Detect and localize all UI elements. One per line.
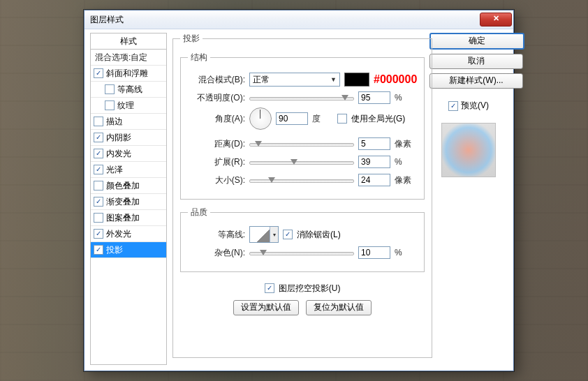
blend-mode-select[interactable]: 正常 ▼	[249, 73, 340, 87]
opacity-unit: %	[395, 93, 416, 103]
ok-button[interactable]: 确定	[429, 33, 524, 50]
chevron-down-icon: ▼	[330, 76, 337, 83]
style-item-6[interactable]: 光泽	[91, 162, 166, 178]
global-light-label: 使用全局光(G)	[351, 113, 405, 125]
blend-mode-label: 混合模式(B):	[188, 74, 245, 86]
style-item-checkbox[interactable]	[94, 149, 103, 158]
angle-label: 角度(A):	[188, 113, 245, 125]
size-unit: 像素	[395, 174, 416, 186]
contour-row: 等高线: ▾ 消除锯齿(L)	[188, 225, 417, 244]
blend-mode-value: 正常	[253, 74, 270, 86]
style-item-label: 纹理	[117, 100, 134, 112]
styles-list-header: 样式	[91, 33, 166, 50]
spread-input[interactable]: 39	[358, 156, 390, 168]
quality-group: 品质 等高线: ▾ 消除锯齿(L) 杂色(N): 10 %	[180, 207, 425, 272]
style-item-checkbox[interactable]	[105, 84, 115, 94]
style-item-checkbox[interactable]	[94, 117, 103, 126]
noise-unit: %	[395, 248, 416, 257]
blend-mode-row: 混合模式(B): 正常 ▼ #000000	[188, 70, 417, 89]
color-annotation: #000000	[374, 73, 417, 86]
size-slider[interactable]	[249, 175, 354, 185]
style-item-label: 内阴影	[106, 132, 131, 144]
style-item-checkbox[interactable]	[94, 165, 103, 174]
style-item-label: 描边	[106, 116, 123, 128]
window-title: 图层样式	[90, 14, 124, 26]
blend-options-row[interactable]: 混合选项:自定	[91, 50, 166, 66]
chevron-down-icon: ▾	[270, 227, 278, 242]
preview-label: 预览(V)	[461, 100, 489, 112]
global-light-checkbox[interactable]	[337, 114, 347, 124]
style-item-9[interactable]: 图案叠加	[91, 210, 166, 226]
angle-dial[interactable]	[249, 107, 272, 130]
quality-legend: 品质	[188, 207, 210, 218]
contour-picker[interactable]: ▾	[249, 226, 279, 243]
defaults-row: 设置为默认值 复位为默认值	[180, 300, 425, 315]
size-row: 大小(S): 24 像素	[188, 171, 417, 189]
style-item-7[interactable]: 颜色叠加	[91, 178, 166, 194]
structure-group: 结构 混合模式(B): 正常 ▼ #000000 不透明度(O): 95	[180, 52, 425, 200]
distance-row: 距离(D): 5 像素	[188, 135, 417, 153]
knockout-label: 图层挖空投影(U)	[279, 283, 341, 294]
cancel-button[interactable]: 取消	[429, 54, 523, 69]
new-style-button[interactable]: 新建样式(W)...	[429, 73, 523, 89]
distance-unit: 像素	[395, 138, 416, 150]
style-item-5[interactable]: 内发光	[91, 146, 166, 162]
style-item-checkbox[interactable]	[94, 181, 103, 190]
spread-slider[interactable]	[249, 157, 354, 167]
style-item-checkbox[interactable]	[94, 133, 103, 142]
style-item-3[interactable]: 描边	[91, 114, 166, 130]
close-icon: ✕	[493, 14, 499, 22]
noise-row: 杂色(N): 10 %	[188, 244, 417, 262]
spread-label: 扩展(R):	[188, 156, 245, 168]
spread-unit: %	[395, 157, 416, 167]
close-button[interactable]: ✕	[480, 13, 512, 27]
titlebar[interactable]: 图层样式 ✕	[84, 10, 513, 29]
style-item-2[interactable]: 纹理	[91, 98, 166, 114]
style-item-1[interactable]: 等高线	[91, 82, 166, 98]
style-item-8[interactable]: 渐变叠加	[91, 194, 166, 210]
effect-settings-panel: 投影 结构 混合模式(B): 正常 ▼ #000000 不透明度(O):	[172, 33, 424, 365]
style-item-checkbox[interactable]	[94, 68, 103, 78]
knockout-checkbox[interactable]	[265, 283, 274, 293]
opacity-row: 不透明度(O): 95 %	[188, 89, 417, 107]
set-default-button[interactable]: 设置为默认值	[233, 300, 299, 315]
distance-input[interactable]: 5	[358, 137, 390, 150]
knockout-row: 图层挖空投影(U)	[180, 279, 425, 297]
color-swatch[interactable]	[344, 73, 369, 87]
noise-input[interactable]: 10	[358, 246, 390, 259]
structure-legend: 结构	[188, 52, 210, 64]
style-item-10[interactable]: 外发光	[91, 226, 166, 242]
style-item-4[interactable]: 内阴影	[91, 130, 166, 146]
style-item-0[interactable]: 斜面和浮雕	[91, 66, 166, 82]
style-item-checkbox[interactable]	[94, 213, 103, 223]
anti-alias-checkbox[interactable]	[283, 230, 293, 239]
opacity-input[interactable]: 95	[358, 91, 390, 104]
dialog-right-column: 确定 取消 新建样式(W)... 预览(V)	[429, 33, 508, 365]
angle-input[interactable]: 90	[276, 112, 308, 125]
style-item-checkbox[interactable]	[94, 197, 103, 207]
noise-slider[interactable]	[249, 248, 354, 257]
style-item-label: 渐变叠加	[106, 196, 140, 208]
opacity-slider[interactable]	[249, 93, 354, 103]
style-item-label: 光泽	[106, 164, 123, 176]
style-item-checkbox[interactable]	[94, 245, 103, 255]
dialog-content: 样式 混合选项:自定 斜面和浮雕等高线纹理描边内阴影内发光光泽颜色叠加渐变叠加图…	[90, 33, 508, 365]
contour-label: 等高线:	[188, 229, 245, 241]
size-label: 大小(S):	[188, 174, 245, 186]
style-item-label: 图案叠加	[106, 212, 140, 224]
layer-style-dialog: 图层样式 ✕ 样式 混合选项:自定 斜面和浮雕等高线纹理描边内阴影内发光光泽颜色…	[84, 10, 514, 371]
distance-slider[interactable]	[249, 139, 354, 149]
preview-toggle-row: 预览(V)	[429, 100, 508, 112]
style-item-label: 内发光	[106, 148, 131, 160]
panel-title: 投影	[180, 33, 203, 45]
preview-thumbnail	[441, 123, 496, 177]
style-item-11[interactable]: 投影	[91, 242, 166, 258]
style-item-label: 外发光	[106, 228, 131, 240]
style-item-checkbox[interactable]	[94, 229, 103, 239]
drop-shadow-group: 投影 结构 混合模式(B): 正常 ▼ #000000 不透明度(O):	[172, 33, 432, 358]
preview-checkbox[interactable]	[448, 101, 458, 111]
reset-default-button[interactable]: 复位为默认值	[306, 300, 372, 315]
style-item-checkbox[interactable]	[105, 100, 115, 110]
angle-unit: 度	[312, 113, 333, 125]
size-input[interactable]: 24	[358, 174, 390, 186]
